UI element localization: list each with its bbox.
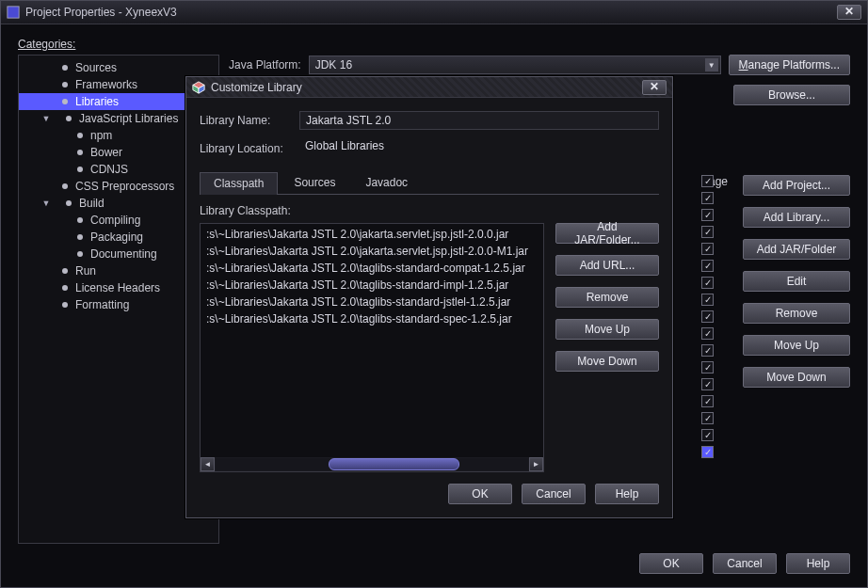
- checkbox[interactable]: ✓: [701, 361, 714, 373]
- bullet-icon: [77, 133, 83, 138]
- java-platform-combo[interactable]: JDK 16 ▼: [309, 56, 721, 74]
- svg-rect-0: [8, 7, 19, 18]
- bullet-icon: [62, 82, 68, 87]
- checkbox-selected[interactable]: ✓: [701, 446, 714, 458]
- scroll-right-icon[interactable]: ►: [529, 457, 543, 471]
- window-close-button[interactable]: ✕: [837, 5, 861, 20]
- checkbox[interactable]: ✓: [701, 277, 714, 289]
- scrollbar-track[interactable]: [216, 458, 528, 470]
- bullet-icon: [77, 251, 83, 257]
- browse-button[interactable]: Browse...: [733, 85, 850, 105]
- bullet-icon: [66, 200, 72, 206]
- add-project-button[interactable]: Add Project...: [743, 175, 850, 196]
- tree-item-label: Documenting: [90, 246, 157, 262]
- main-dialog-buttons: OK Cancel Help: [639, 553, 850, 574]
- cube-icon: [192, 81, 205, 94]
- bullet-icon: [62, 183, 68, 189]
- checkbox[interactable]: ✓: [701, 310, 714, 323]
- tab-javadoc[interactable]: Javadoc: [351, 171, 422, 194]
- tree-item-label: Compiling: [90, 212, 140, 229]
- dialog-title: Customize Library: [211, 81, 642, 94]
- twisty-icon: ▼: [41, 195, 51, 212]
- customize-library-dialog: Customize Library ✕ Library Name: Librar…: [185, 76, 673, 518]
- tree-item-label: Formatting: [75, 296, 129, 313]
- classpath-entry[interactable]: :s\~Libraries\Jakarta JSTL 2.0\jakarta.s…: [201, 226, 543, 243]
- tree-item-label: Frameworks: [75, 76, 137, 93]
- tree-item-label: npm: [90, 127, 112, 144]
- library-classpath-label: Library Classpath:: [200, 204, 659, 217]
- java-platform-value: JDK 16: [315, 58, 352, 72]
- checkbox[interactable]: ✓: [701, 412, 714, 424]
- checkbox[interactable]: ✓: [701, 192, 714, 204]
- classpath-entry[interactable]: :s\~Libraries\Jakarta JSTL 2.0\taglibs-s…: [201, 310, 543, 327]
- checkbox[interactable]: ✓: [701, 395, 714, 407]
- bullet-icon: [62, 65, 68, 71]
- checkbox[interactable]: ✓: [701, 175, 714, 187]
- scroll-left-icon[interactable]: ◄: [201, 457, 215, 471]
- bullet-icon: [66, 116, 72, 121]
- checkbox[interactable]: ✓: [701, 260, 714, 272]
- library-location-value: Global Libraries: [299, 139, 659, 158]
- tree-item-label: Build: [79, 195, 104, 212]
- classpath-entry[interactable]: :s\~Libraries\Jakarta JSTL 2.0\taglibs-s…: [201, 277, 543, 294]
- checkbox[interactable]: ✓: [701, 243, 714, 255]
- checkbox[interactable]: ✓: [701, 344, 714, 357]
- dlg-cancel-button[interactable]: Cancel: [522, 484, 586, 504]
- cancel-button[interactable]: Cancel: [713, 553, 777, 574]
- dlg-help-button[interactable]: Help: [595, 484, 659, 504]
- java-platform-label: Java Platform:: [229, 58, 301, 72]
- package-checkbox-column: ✓ ✓ ✓ ✓ ✓ ✓ ✓ ✓ ✓ ✓ ✓ ✓ ✓ ✓ ✓ ✓ ✓: [701, 175, 720, 463]
- window-title: Project Properties - XyneexV3: [25, 6, 837, 19]
- dlg-move-down-button[interactable]: Move Down: [555, 351, 659, 372]
- bullet-icon: [77, 217, 83, 223]
- dlg-remove-button[interactable]: Remove: [555, 287, 659, 308]
- move-up-button[interactable]: Move Up: [743, 335, 850, 356]
- bullet-icon: [62, 285, 68, 291]
- classpath-entry[interactable]: :s\~Libraries\Jakarta JSTL 2.0\taglibs-s…: [201, 260, 543, 277]
- checkbox[interactable]: ✓: [701, 327, 714, 340]
- dlg-move-up-button[interactable]: Move Up: [555, 319, 659, 340]
- checkbox[interactable]: ✓: [701, 294, 714, 306]
- dlg-add-url-button[interactable]: Add URL...: [555, 255, 659, 276]
- bullet-icon: [62, 302, 68, 308]
- bullet-icon: [77, 234, 83, 240]
- dlg-ok-button[interactable]: OK: [448, 484, 512, 504]
- tree-item-sources[interactable]: Sources: [19, 59, 218, 76]
- help-button[interactable]: Help: [786, 553, 850, 574]
- checkbox[interactable]: ✓: [701, 429, 714, 441]
- library-name-label: Library Name:: [200, 114, 290, 127]
- dialog-buttons: OK Cancel Help: [200, 484, 659, 504]
- dlg-add-jar-button[interactable]: Add JAR/Folder...: [555, 223, 659, 244]
- dialog-titlebar: Customize Library ✕: [186, 77, 672, 98]
- add-jar-folder-button[interactable]: Add JAR/Folder: [743, 239, 850, 260]
- add-library-button[interactable]: Add Library...: [743, 207, 850, 228]
- horizontal-scrollbar[interactable]: ◄ ►: [201, 457, 543, 471]
- tree-item-label: License Headers: [75, 279, 160, 296]
- move-down-button[interactable]: Move Down: [743, 367, 850, 388]
- edit-button[interactable]: Edit: [743, 271, 850, 292]
- project-properties-window: Project Properties - XyneexV3 ✕ Categori…: [0, 0, 868, 588]
- tree-item-label: CSS Preprocessors: [75, 178, 174, 195]
- scrollbar-thumb[interactable]: [329, 458, 459, 470]
- tree-item-label: Bower: [90, 144, 122, 161]
- remove-button[interactable]: Remove: [743, 303, 850, 324]
- tab-classpath[interactable]: Classpath: [200, 172, 278, 195]
- manage-platforms-button[interactable]: Manage Platforms...: [729, 55, 850, 75]
- classpath-entry[interactable]: :s\~Libraries\Jakarta JSTL 2.0\taglibs-s…: [201, 294, 543, 310]
- checkbox[interactable]: ✓: [701, 209, 714, 221]
- tree-item-label: Packaging: [90, 229, 143, 246]
- categories-label: Categories:: [18, 38, 850, 51]
- tab-sources[interactable]: Sources: [280, 171, 349, 194]
- bullet-icon: [62, 99, 68, 104]
- checkbox[interactable]: ✓: [701, 226, 714, 238]
- bullet-icon: [77, 150, 83, 155]
- twisty-icon: ▼: [41, 110, 51, 127]
- tree-item-label: CDNJS: [90, 161, 128, 178]
- dialog-close-button[interactable]: ✕: [642, 80, 667, 95]
- ok-button[interactable]: OK: [639, 553, 703, 574]
- classpath-entry[interactable]: :s\~Libraries\Jakarta JSTL 2.0\jakarta.s…: [201, 243, 543, 260]
- checkbox[interactable]: ✓: [701, 378, 714, 390]
- library-name-field[interactable]: [299, 111, 659, 130]
- classpath-list[interactable]: :s\~Libraries\Jakarta JSTL 2.0\jakarta.s…: [200, 223, 544, 472]
- app-icon: [7, 6, 20, 19]
